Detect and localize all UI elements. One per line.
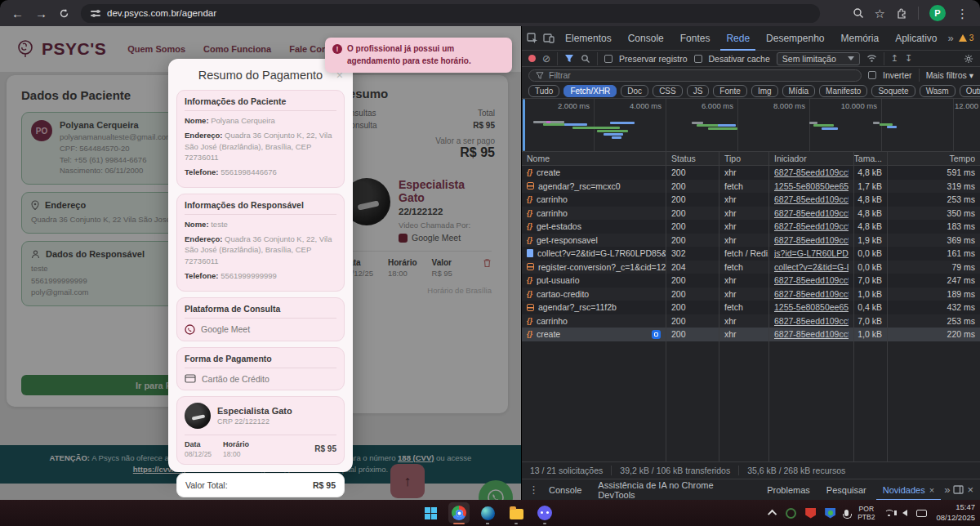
network-row[interactable]: {}put-usuario200xhr6827-85eedd109ccf08f0… xyxy=(522,274,980,288)
bookmark-star-icon[interactable]: ☆ xyxy=(875,7,885,20)
inspect-element-icon[interactable] xyxy=(527,33,538,44)
taskbar-discord[interactable] xyxy=(534,502,555,524)
network-row[interactable]: register-conversion?_c=1&cid=120...204fe… xyxy=(522,261,980,274)
drawer-tab-novidades[interactable]: Novidades× xyxy=(876,479,941,501)
tab-console[interactable]: Console xyxy=(622,26,670,51)
network-row[interactable]: {}cartao-credito200xhr6827-85eedd109ccf0… xyxy=(522,288,980,301)
taskbar-chrome[interactable] xyxy=(448,502,470,524)
clear-network-icon[interactable]: ⊘ xyxy=(542,53,550,65)
chip-doc[interactable]: Doc xyxy=(621,85,648,97)
tab-rede[interactable]: Rede xyxy=(720,26,755,51)
chip-js[interactable]: JS xyxy=(687,85,710,97)
dock-panel-icon[interactable] xyxy=(953,485,964,494)
more-tabs-icon[interactable]: » xyxy=(948,32,954,44)
invert-filter-checkbox[interactable] xyxy=(868,71,876,79)
extensions-icon[interactable] xyxy=(896,7,907,19)
initiator-link[interactable]: 6827-85eedd109ccf08f0 xyxy=(774,194,849,204)
taskbar-edge[interactable] xyxy=(477,502,498,524)
device-toolbar-icon[interactable] xyxy=(543,33,555,43)
chip-fetch-xhr[interactable]: Fetch/XHR xyxy=(564,85,617,97)
chip-tudo[interactable]: Tudo xyxy=(528,85,559,97)
import-har-icon[interactable]: ↥ xyxy=(891,53,898,64)
volume-icon[interactable] xyxy=(902,510,907,516)
network-row[interactable]: {}carrinho200xhr6827-85eedd109ccf08f04,8… xyxy=(522,193,980,207)
initiator-link[interactable]: 6827-85eedd109ccf08f0 xyxy=(774,235,849,245)
initiator-link[interactable]: 6827-85eedd109ccf08f0 xyxy=(774,289,849,299)
warnings-badge[interactable]: 3 xyxy=(959,33,974,42)
address-bar[interactable]: dev.psycs.com.br/agendar xyxy=(81,4,820,23)
network-conditions-icon[interactable] xyxy=(866,54,877,63)
network-row[interactable]: agendar?_rsc=mcxc0200fetch1255-5e80850ee… xyxy=(522,180,980,194)
wifi-icon[interactable] xyxy=(884,510,893,517)
initiator-link[interactable]: 1255-5e80850ee659f6b6 xyxy=(774,181,849,191)
initiator-link[interactable]: 6827-85eedd109ccf08f0 xyxy=(774,208,849,218)
initiator-link[interactable]: 1255-5e80850ee659f6b6 xyxy=(774,302,849,312)
timeline-selection-handle[interactable] xyxy=(523,99,525,151)
initiator-link[interactable]: 6827-85eedd109ccf08f0 xyxy=(774,275,849,285)
network-row[interactable]: {}carrinho200xhr6827-85eedd109ccf08f04,8… xyxy=(522,207,980,221)
taskbar-explorer[interactable] xyxy=(506,502,527,524)
chip-soquete[interactable]: Soquete xyxy=(871,85,915,97)
network-row-selected[interactable]: {}create200xhr6827-85eedd109ccf08f01,0 k… xyxy=(522,328,980,341)
initiator-link[interactable]: 6827-85eedd109ccf08f0 xyxy=(774,167,849,177)
back-icon[interactable]: ← xyxy=(11,7,24,20)
network-row[interactable]: collect?v=2&tid=G-L7R60LPD85&g...302fetc… xyxy=(522,247,980,261)
col-tempo[interactable]: Tempo xyxy=(888,152,980,165)
col-tipo[interactable]: Tipo xyxy=(719,152,769,165)
drawer-more-tabs-icon[interactable]: » xyxy=(944,484,950,496)
col-tamanho[interactable]: Tama... xyxy=(854,152,888,165)
col-nome[interactable]: Nome xyxy=(522,152,666,165)
tab-fontes[interactable]: Fontes xyxy=(675,26,716,51)
start-button[interactable] xyxy=(420,502,441,524)
browser-menu-icon[interactable]: ⋮ xyxy=(956,7,969,20)
network-row[interactable]: agendar?_rsc=11f2b200fetch1255-5e80850ee… xyxy=(522,301,980,314)
export-har-icon[interactable]: ↧ xyxy=(905,53,912,64)
network-settings-icon[interactable] xyxy=(964,54,973,64)
initiator-link[interactable]: 6827-85eedd109ccf08f0 xyxy=(774,316,849,326)
chip-wasm[interactable]: Wasm xyxy=(920,85,956,97)
microphone-tray-icon[interactable] xyxy=(844,510,849,516)
forward-icon[interactable]: → xyxy=(35,7,47,20)
col-iniciador[interactable]: Iniciador xyxy=(769,152,854,165)
tablet-mode-icon[interactable] xyxy=(916,510,927,517)
network-row[interactable]: {}get-responsavel200xhr6827-85eedd109ccf… xyxy=(522,234,980,247)
preserve-log-checkbox[interactable] xyxy=(604,55,612,63)
tab-memoria[interactable]: Memória xyxy=(835,26,885,51)
windows-security-icon[interactable] xyxy=(825,508,835,519)
close-drawer-icon[interactable]: × xyxy=(967,484,973,496)
search-network-icon[interactable] xyxy=(581,54,590,64)
network-row[interactable]: {}get-estados200xhr6827-85eedd109ccf08f0… xyxy=(522,220,980,234)
chip-outro[interactable]: Outro xyxy=(960,85,980,97)
initiator-link[interactable]: 6827-85eedd109ccf08f0 xyxy=(774,329,849,339)
drawer-tab-pesquisar[interactable]: Pesquisar xyxy=(820,479,873,501)
copy-badge-icon[interactable] xyxy=(652,330,661,339)
network-filter-input[interactable]: Filtrar xyxy=(528,69,862,82)
network-overview-timeline[interactable]: 2.000 ms 4.000 ms 6.000 ms 8.000 ms 10.0… xyxy=(522,99,980,152)
drawer-tab-ai-assistance[interactable]: Assistência de IA no Chrome DevTools xyxy=(591,479,757,501)
antivirus-tray-icon[interactable] xyxy=(805,508,816,519)
tab-desempenho[interactable]: Desempenho xyxy=(760,26,830,51)
tab-aplicativo[interactable]: Aplicativo xyxy=(889,26,942,51)
record-network-icon[interactable] xyxy=(528,55,536,62)
site-info-icon[interactable] xyxy=(91,9,100,17)
drawer-tab-problemas[interactable]: Problemas xyxy=(760,479,817,501)
error-toast[interactable]: ! O profissional já possui um agendament… xyxy=(325,38,512,73)
close-drawer-tab-icon[interactable]: × xyxy=(929,485,934,495)
disable-cache-checkbox[interactable] xyxy=(694,55,702,63)
initiator-link[interactable]: collect?v=2&tid=G-L7R6 xyxy=(774,262,849,272)
col-status[interactable]: Status xyxy=(666,152,719,165)
tab-elementos[interactable]: Elementos xyxy=(559,26,617,51)
clock[interactable]: 15:4708/12/2025 xyxy=(936,502,975,524)
chip-css[interactable]: CSS xyxy=(653,85,683,97)
zoom-icon[interactable] xyxy=(853,7,864,19)
tray-app-icon[interactable] xyxy=(786,508,796,519)
more-filters-button[interactable]: Mais filtros ▾ xyxy=(926,70,973,80)
chip-midia[interactable]: Mídia xyxy=(782,85,815,97)
drawer-tab-console[interactable]: Console xyxy=(542,479,588,501)
refresh-icon[interactable] xyxy=(59,8,69,19)
initiator-link[interactable]: 6827-85eedd109ccf08f0 xyxy=(774,221,849,231)
profile-avatar[interactable]: P xyxy=(929,5,946,21)
chip-manifesto[interactable]: Manifesto xyxy=(819,85,867,97)
network-row[interactable]: {}carrinho200xhr6827-85eedd109ccf08f07,0… xyxy=(522,314,980,328)
tray-expand-icon[interactable] xyxy=(768,510,777,519)
